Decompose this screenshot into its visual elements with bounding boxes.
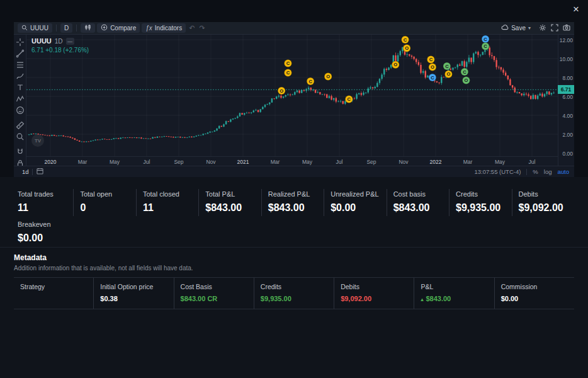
legend-symbol: UUUU <box>31 37 52 45</box>
chart-panel: UUUU D Compare ƒx Indicators ↶ ↷ Save ▾ <box>14 22 574 177</box>
symbol-label: UUUU <box>30 25 48 32</box>
stat-label: Unrealized P&L <box>331 190 383 198</box>
stat-total-trades: Total trades 11 Breakeven $0.00 <box>14 189 73 246</box>
fullscreen-icon[interactable] <box>551 24 558 33</box>
metadata-section: Metadata Addition information that is av… <box>14 253 574 309</box>
stat-value: $9,935.00 <box>456 202 509 214</box>
save-caret-icon: ▾ <box>528 25 531 31</box>
metadata-header-commission: Commission <box>494 278 574 294</box>
svg-text:C: C <box>445 64 449 69</box>
range-1d-button[interactable]: 1d <box>19 168 32 176</box>
toolbar-divider <box>56 25 57 32</box>
bottom-divider <box>32 169 33 175</box>
svg-text:C: C <box>404 37 407 43</box>
emoji-tool-icon[interactable] <box>16 106 25 115</box>
metadata-header-pnl: P&L <box>414 278 494 294</box>
svg-text:O: O <box>280 88 283 94</box>
svg-text:C: C <box>286 70 290 76</box>
metadata-header-initial-option-price: Initial Option price <box>93 278 173 294</box>
stat-cost-basis: Cost basis $843.00 <box>387 189 449 216</box>
cloud-icon <box>501 24 509 32</box>
settings-gear-icon[interactable] <box>539 24 546 33</box>
metadata-header-strategy: Strategy <box>14 278 93 294</box>
redo-icon[interactable]: ↷ <box>198 24 206 32</box>
stat-value: $0.00 <box>331 202 383 214</box>
metadata-caption: Addition information that is available, … <box>14 265 574 272</box>
percent-scale-button[interactable]: % <box>533 168 538 175</box>
svg-text:C: C <box>429 57 433 62</box>
legend-quote: 6.71 +0.18 (+2.76%) <box>31 47 89 54</box>
fib-retracement-icon[interactable] <box>16 60 25 69</box>
indicators-fx-icon: ƒx <box>145 25 152 32</box>
go-to-date-icon[interactable] <box>37 168 43 176</box>
price-axis[interactable]: 6.71 12.0010.008.006.004.002.000.00 <box>558 35 574 166</box>
bottom-right-group: 13:07:55 (UTC-4) % log auto <box>474 168 569 175</box>
snapshot-camera-icon[interactable] <box>563 24 570 33</box>
svg-text:C: C <box>483 37 487 42</box>
stat-total-pnl: Total P&L $843.00 <box>198 189 261 216</box>
metadata-value-cost-basis: $843.00 CR <box>174 294 254 309</box>
text-tool-icon[interactable] <box>16 83 25 92</box>
chart-canvas[interactable]: OCCCOCOCOCOCCOCOCCTV UUUU 1D — 6.71 +0.1… <box>26 35 558 156</box>
clock-label[interactable]: 13:07:55 (UTC-4) <box>474 168 521 175</box>
svg-text:TV: TV <box>35 138 42 144</box>
stat-value: $843.00 <box>205 202 258 214</box>
stat-label: Total closed <box>143 190 196 198</box>
section-divider <box>0 247 588 248</box>
trend-line-icon[interactable] <box>16 49 25 58</box>
legend-minimize-icon[interactable]: — <box>66 38 74 45</box>
svg-text:O: O <box>393 62 397 67</box>
interval-button[interactable]: D <box>60 23 72 33</box>
svg-text:C: C <box>348 96 351 102</box>
legend-interval: 1D <box>55 38 63 45</box>
candles-icon <box>84 24 91 32</box>
stat-label: Total trades <box>18 190 71 198</box>
auto-scale-button[interactable]: auto <box>558 168 570 175</box>
stat-value: 11 <box>18 202 71 214</box>
save-button[interactable]: Save ▾ <box>497 23 534 33</box>
stat-value: $9,092.00 <box>519 202 572 214</box>
magnet-icon[interactable] <box>16 147 25 156</box>
svg-text:O: O <box>405 45 409 51</box>
measure-ruler-icon[interactable] <box>16 121 25 130</box>
brush-icon[interactable] <box>16 72 25 81</box>
chart-toolbar: UUUU D Compare ƒx Indicators ↶ ↷ Save ▾ <box>14 22 574 35</box>
stat-value: 11 <box>143 202 196 214</box>
compare-button[interactable]: Compare <box>97 23 140 33</box>
svg-text:C: C <box>431 75 434 81</box>
stat-label: Credits <box>456 190 509 198</box>
svg-text:O: O <box>326 74 330 79</box>
svg-text:O: O <box>446 71 450 77</box>
metadata-value-debits: $9,092.00 <box>334 294 414 309</box>
undo-icon[interactable]: ↶ <box>188 24 196 32</box>
trade-stats-row: Total trades 11 Breakeven $0.00 Total op… <box>14 189 574 246</box>
log-scale-button[interactable]: log <box>544 168 552 175</box>
metadata-value-pnl: ▴$843.00 <box>414 294 494 309</box>
zoom-icon[interactable] <box>16 132 25 141</box>
symbol-search-button[interactable]: UUUU <box>18 23 52 33</box>
stat-total-open: Total open 0 <box>73 189 135 216</box>
metadata-value-credits: $9,935.00 <box>254 294 334 309</box>
time-axis[interactable]: 2020MarMayJulSepNov2021MarMayJulSepNov20… <box>26 156 558 166</box>
stat-label: Total P&L <box>205 190 258 198</box>
bottom-divider <box>526 169 527 175</box>
save-label: Save <box>511 25 526 32</box>
svg-text:C: C <box>463 69 466 75</box>
metadata-value-initial-option-price: $0.38 <box>93 294 173 309</box>
stat-realized-pnl: Realized P&L $843.00 <box>261 189 324 216</box>
chart-bottom-bar: 1d 13:07:55 (UTC-4) % log auto <box>14 166 574 177</box>
crosshair-icon[interactable] <box>16 38 25 47</box>
candlestick-chart[interactable]: OCCCOCOCOCOCCOCOCCTV <box>26 35 558 156</box>
chart-style-button[interactable] <box>81 23 95 33</box>
stat-label: Cost basis <box>393 190 446 198</box>
stat-label: Realized P&L <box>268 190 321 198</box>
close-icon[interactable]: × <box>569 2 583 17</box>
last-price-tag: 6.71 <box>558 85 574 94</box>
symbol-search-icon <box>21 25 28 32</box>
drawing-tools-sidebar <box>14 35 26 166</box>
indicators-button[interactable]: ƒx Indicators <box>142 23 186 33</box>
pattern-tool-icon[interactable] <box>16 94 25 103</box>
toolbar-right-group: Save ▾ <box>497 23 570 33</box>
chart-legend: UUUU 1D — 6.71 +0.18 (+2.76%) <box>31 37 89 54</box>
metadata-header-row: Strategy Initial Option price Cost Basis… <box>14 278 574 294</box>
